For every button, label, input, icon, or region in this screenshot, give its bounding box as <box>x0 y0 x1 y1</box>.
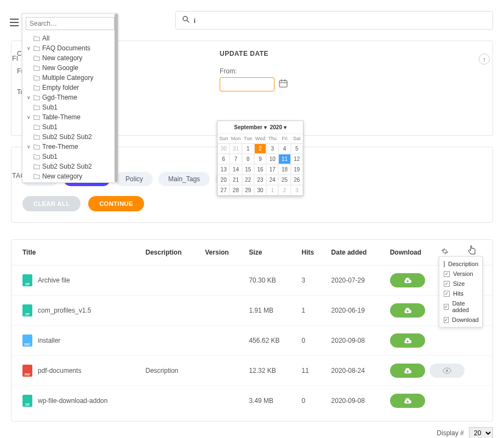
column-toggle[interactable]: ✓Hits <box>439 289 482 298</box>
download-button[interactable] <box>390 364 425 378</box>
calendar-icon[interactable] <box>279 79 290 90</box>
column-toggle[interactable]: ✓Size <box>439 279 482 289</box>
date-picker[interactable]: September ▾ 2020 ▾ SunMonTueWedThuFriSat… <box>217 120 303 196</box>
download-button[interactable] <box>390 333 425 348</box>
column-toggle[interactable]: ✓Download <box>439 315 482 325</box>
tree-label: New Google <box>42 64 78 72</box>
calendar-day[interactable]: 8 <box>242 154 254 164</box>
calendar-day[interactable]: 13 <box>217 164 230 175</box>
download-button[interactable] <box>390 394 425 408</box>
calendar-day[interactable]: 2 <box>254 143 266 154</box>
tree-node[interactable]: Sub1 <box>26 122 114 132</box>
file-title[interactable]: Archive file <box>38 276 70 284</box>
tag-policy[interactable]: Policy <box>116 172 153 186</box>
file-icon <box>22 365 32 377</box>
main-search-input[interactable] <box>194 16 486 25</box>
calendar-day[interactable]: 20 <box>217 175 230 185</box>
continue-button[interactable]: CONTINUE <box>88 196 144 211</box>
tree-label: Document <box>42 182 72 183</box>
calendar-day[interactable]: 22 <box>242 175 254 185</box>
calendar-day[interactable]: 2 <box>278 185 290 195</box>
month-select[interactable]: September ▾ <box>234 124 266 130</box>
calendar-day[interactable]: 12 <box>291 154 303 164</box>
columns-menu[interactable]: Description✓Version✓Size✓Hits✓Date added… <box>439 256 483 327</box>
tag-main_tags[interactable]: Main_Tags <box>158 172 210 186</box>
display-select[interactable]: 20 <box>469 427 493 438</box>
from-label: From: <box>220 67 482 75</box>
file-title[interactable]: installer <box>38 337 60 344</box>
tree-node[interactable]: Sub2 Sub2 Sub2 <box>26 132 114 142</box>
calendar-day[interactable]: 23 <box>254 175 266 185</box>
calendar-day[interactable]: 14 <box>230 164 242 175</box>
preview-button[interactable] <box>429 364 465 378</box>
clear-all-button[interactable]: CLEAR ALL <box>22 196 81 211</box>
year-select[interactable]: 2020 ▾ <box>270 124 287 130</box>
tree-label: Sub2 Sub2 Sub2 <box>42 163 92 170</box>
table-row: wp-file-download-addon 3.49 MB 0 2020-09… <box>12 386 492 416</box>
calendar-day[interactable]: 1 <box>266 185 278 195</box>
col-header[interactable]: Hits <box>296 240 326 266</box>
tree-node[interactable]: ∨Tree-Theme <box>26 142 114 152</box>
tree-node[interactable]: ∨FAQ Documents <box>26 43 114 53</box>
col-header[interactable]: Title <box>12 240 140 266</box>
calendar-day[interactable]: 24 <box>266 175 278 185</box>
calendar-day[interactable]: 31 <box>230 143 242 154</box>
column-toggle[interactable]: ✓Version <box>439 269 482 279</box>
calendar-day[interactable]: 7 <box>230 154 242 164</box>
column-toggle[interactable]: ✓Date added <box>439 298 482 315</box>
calendar-day[interactable]: 18 <box>278 164 290 175</box>
calendar-day[interactable]: 1 <box>242 143 254 154</box>
category-tree-popup[interactable]: All∨FAQ DocumentsNew categoryNew GoogleM… <box>22 13 118 183</box>
col-header[interactable]: Description <box>140 240 200 266</box>
file-title[interactable]: wp-file-download-addon <box>38 397 107 405</box>
tree-node[interactable]: Empty folder <box>26 83 114 93</box>
calendar-day[interactable]: 3 <box>266 143 278 154</box>
menu-icon[interactable] <box>10 19 19 28</box>
calendar-day[interactable]: 28 <box>230 185 242 195</box>
date-from-input[interactable] <box>220 77 274 91</box>
tree-node[interactable]: Multiple Category <box>26 73 114 83</box>
scrollbar[interactable] <box>114 14 118 182</box>
file-title[interactable]: com_profiles_v1.5 <box>38 307 91 314</box>
calendar-day[interactable]: 26 <box>291 175 303 185</box>
calendar-day[interactable]: 6 <box>217 154 230 164</box>
calendar-day[interactable]: 5 <box>291 143 303 154</box>
tree-node[interactable]: Sub1 <box>26 152 114 162</box>
calendar-day[interactable]: 4 <box>278 143 290 154</box>
calendar-day[interactable]: 15 <box>242 164 254 175</box>
tree-node[interactable]: New Google <box>26 63 114 73</box>
calendar-day[interactable]: 9 <box>254 154 266 164</box>
calendar-day[interactable]: 3 <box>291 185 303 195</box>
calendar-day[interactable]: 19 <box>291 164 303 175</box>
tree-node[interactable]: New category <box>26 171 114 181</box>
tree-label: Sub1 <box>42 153 58 160</box>
calendar-day[interactable]: 29 <box>242 185 254 195</box>
calendar-day[interactable]: 17 <box>266 164 278 175</box>
file-title[interactable]: pdf-documents <box>38 367 81 374</box>
calendar-day[interactable]: 16 <box>254 164 266 175</box>
col-header[interactable]: Date added <box>326 240 385 266</box>
gear-icon[interactable] <box>441 247 449 257</box>
calendar-day[interactable]: 11 <box>278 154 290 164</box>
tree-node[interactable]: Document <box>26 181 114 183</box>
tree-node[interactable]: New category <box>26 53 114 63</box>
col-header[interactable]: Version <box>199 240 243 266</box>
calendar-day[interactable]: 10 <box>266 154 278 164</box>
tree-node[interactable]: ∨Table-Theme <box>26 112 114 122</box>
main-search[interactable] <box>175 11 493 30</box>
column-toggle[interactable]: Description <box>439 259 482 269</box>
tree-node[interactable]: Sub2 Sub2 Sub2 <box>26 162 114 171</box>
tree-node[interactable]: Sub1 <box>26 102 114 112</box>
col-header[interactable]: Size <box>243 240 296 266</box>
download-button[interactable] <box>390 303 425 318</box>
tree-label: Ggd-Theme <box>42 94 77 101</box>
tree-node[interactable]: ∨Ggd-Theme <box>26 93 114 102</box>
calendar-day[interactable]: 25 <box>278 175 290 185</box>
calendar-day[interactable]: 30 <box>254 185 266 195</box>
calendar-day[interactable]: 27 <box>217 185 230 195</box>
download-button[interactable] <box>390 273 425 287</box>
tree-search-input[interactable] <box>26 17 114 30</box>
calendar-day[interactable]: 30 <box>217 143 230 154</box>
tree-node[interactable]: All <box>26 33 114 43</box>
calendar-day[interactable]: 21 <box>230 175 242 185</box>
